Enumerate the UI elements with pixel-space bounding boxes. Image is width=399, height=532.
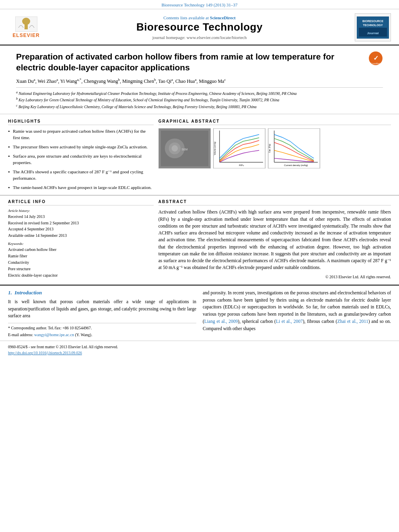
sciencedirect-link-text: ScienceDirect [210,15,236,20]
email-person: (Y. Wang). [75,333,92,337]
article-title: Preparation of activated carbon hollow f… [16,51,364,77]
affiliation-a: a National Engineering Laboratory for Hy… [16,90,383,97]
keywords-list: Activated carbon hollow fiber Ramie fibe… [8,246,154,279]
doi-link[interactable]: http://dx.doi.org/10.1016/j.biortech.201… [8,351,391,355]
journal-logo-right: BIORESOURCE TECHNOLOGY Journal [347,13,391,41]
revised-date: Received in revised form 2 September 201… [8,220,154,226]
keyword-1: Activated carbon hollow fiber [8,246,154,253]
corresponding-author-note: * Corresponding author. Tel./fax: +86 10… [8,323,196,338]
svg-point-15 [171,145,178,152]
graphical-abstract-header: GRAPHICAL ABSTRACT [158,119,391,125]
bioresource-logo-icon: BIORESOURCE TECHNOLOGY Journal [357,16,389,39]
title-crossmark-area: Preparation of activated carbon hollow f… [16,51,383,77]
article-info-abstract-section: ARTICLE INFO Article history: Received 1… [0,195,399,282]
journal-name: Bioresource Technology [52,21,347,33]
history-label: Article history: [8,209,154,213]
author-mingming-chen: Mingming Chenb [122,78,156,84]
ref-liang[interactable]: Liang et al., 2009 [204,319,238,324]
ref-zhai[interactable]: Zhai et al., 2011 [337,319,368,324]
svg-text:SEM: SEM [181,148,187,151]
keywords-label: Keywords: [8,242,154,246]
graphical-abstract-images: SEM P/P₀ [158,128,391,168]
bioresource-logo-box: BIORESOURCE TECHNOLOGY Journal [355,13,391,41]
intro-paragraph-2: and porosity. In recent years, investiga… [203,290,391,333]
body-left-column: 1. Introduction It is well known that po… [8,290,196,338]
affiliation-block: a National Engineering Laboratory for Hy… [16,87,383,110]
sciencedirect-label: Contents lists available at ScienceDirec… [52,15,347,20]
abstract-header: ABSTRACT [158,199,391,205]
affiliation-b: b Key Laboratory for Green Chemical Tech… [16,97,383,103]
svg-text:CrossMark: CrossMark [371,62,381,65]
svg-rect-2 [25,25,28,29]
abstract-text: Activated carbon hollow fibers (ACHFs) w… [158,209,391,271]
highlights-list: Ramie was used to prepare activated carb… [8,128,154,191]
sem-image: SEM [158,128,211,168]
author-mingguo-ma: Mingguo Mac [199,78,226,84]
cv-chart: P/P₀ Volume (cm³/g) [213,128,265,168]
introduction-title: 1. Introduction [8,290,196,296]
cv-chart-icon: P/P₀ Volume (cm³/g) [214,128,265,168]
journal-homepage: journal homepage: www.elsevier.com/locat… [52,35,347,40]
keyword-5: Electric double-layer capacitor [8,272,154,279]
svg-point-1 [22,18,30,25]
journal-header: ELSEVIER Contents lists available at Sci… [0,9,399,45]
keyword-2: Ramie fiber [8,253,154,259]
copyright-line: 0960-8524/$ - see front matter © 2013 El… [8,344,391,350]
email-address: wangyi@home.ipe.ac.cn [34,333,74,337]
rate-chart: Current density (mA/g) Cap. (F/g) [268,128,320,168]
corresp-email-line: E-mail address: wangyi@home.ipe.ac.cn (Y… [8,332,196,338]
article-info-column: ARTICLE INFO Article history: Received 1… [8,199,154,279]
elsevier-logo-area: ELSEVIER [8,16,52,39]
svg-text:TECHNOLOGY: TECHNOLOGY [363,24,383,27]
available-date: Available online 14 September 2013 [8,232,154,239]
received-date: Received 14 July 2013 [8,214,154,220]
author-xuan-du: Xuan Dua [16,78,35,84]
sem-image-icon: SEM [159,128,210,168]
crossmark-icon[interactable]: ✓ CrossMark [368,51,383,66]
highlight-item-5: The ramie-based ACHFs have good prospect… [8,185,154,191]
highlight-item-4: The ACHFs showed a specific capacitance … [8,169,154,182]
journal-title-area: Contents lists available at ScienceDirec… [52,15,347,40]
accepted-date: Accepted 4 September 2013 [8,226,154,232]
highlight-item-2: The precursor fibers were activated by s… [8,144,154,150]
article-dates: Received 14 July 2013 Received in revise… [8,214,154,238]
crossmark-svg: ✓ CrossMark [368,51,383,66]
keyword-3: Conductivity [8,259,154,266]
ref-li[interactable]: Li et al., 2007 [276,319,303,324]
abstract-column: ABSTRACT Activated carbon hollow fibers … [158,199,391,279]
elsevier-emblem-icon [15,16,37,32]
two-col-body: 1. Introduction It is well known that po… [8,290,391,338]
email-label: E-mail address: [8,333,33,337]
author-wei-zhao: Wei Zhaoa [37,78,58,84]
top-citation-bar: Bioresource Technology 149 (2013) 31–37 [0,0,399,9]
svg-text:✓: ✓ [373,55,378,62]
author-tao-qi: Tao Qia [158,78,173,84]
affiliation-c: c Beijing Key Laboratory of Lignocellulo… [16,103,383,110]
rate-chart-icon: Current density (mA/g) Cap. (F/g) [268,128,320,168]
keyword-4: Pore structure [8,266,154,272]
elsevier-box: ELSEVIER [8,16,44,39]
highlights-header: HIGHLIGHTS [8,119,154,125]
journal-citation: Bioresource Technology 149 (2013) 31–37 [161,2,237,7]
svg-text:Journal: Journal [367,31,379,35]
such-word: such [329,312,337,316]
svg-text:Current density (mA/g): Current density (mA/g) [284,164,308,166]
svg-text:Volume (cm³/g): Volume (cm³/g) [214,142,216,155]
highlights-column: HIGHLIGHTS Ramie was used to prepare act… [8,119,154,194]
authors-line: Xuan Dua, Wei Zhaoa, Yi Wanga,*, Chengya… [16,77,383,85]
svg-text:BIORESOURCE: BIORESOURCE [362,20,383,23]
svg-text:P/P₀: P/P₀ [239,164,244,166]
page-wrapper: Bioresource Technology 149 (2013) 31–37 … [0,0,399,357]
svg-text:Cap. (F/g): Cap. (F/g) [269,144,271,153]
article-title-section: Preparation of activated carbon hollow f… [0,45,399,110]
author-yi-wang: Yi Wanga,* [60,78,82,84]
article-info-header: ARTICLE INFO [8,199,154,205]
highlights-graphical-section: HIGHLIGHTS Ramie was used to prepare act… [0,114,399,194]
abstract-copyright: © 2013 Elsevier Ltd. All rights reserved… [158,275,391,279]
elsevier-brand-text: ELSEVIER [12,33,39,38]
main-body-section: 1. Introduction It is well known that po… [0,285,399,338]
highlight-item-3: Surface area, pore structure and conduct… [8,153,154,166]
body-right-column: and porosity. In recent years, investiga… [203,290,391,338]
corresp-star-line: * Corresponding author. Tel./fax: +86 10… [8,325,196,331]
highlight-item-1: Ramie was used to prepare activated carb… [8,128,154,141]
